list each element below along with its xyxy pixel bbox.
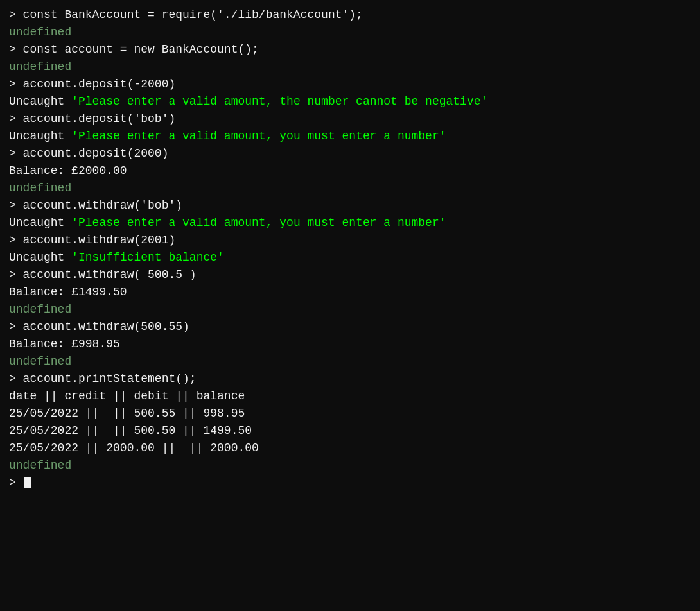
terminal-line: 25/05/2022 || 2000.00 || || 2000.00 — [9, 440, 691, 457]
terminal-line: > account.deposit(-2000) — [9, 76, 691, 93]
terminal-line: date || credit || debit || balance — [9, 388, 691, 405]
terminal-line: > account.deposit('bob') — [9, 110, 691, 128]
terminal-line: 25/05/2022 || || 500.55 || 998.95 — [9, 405, 691, 422]
terminal-line: 25/05/2022 || || 500.50 || 1499.50 — [9, 422, 691, 440]
terminal-line: > account.deposit(2000) — [9, 145, 691, 162]
terminal-line: Balance: £2000.00 — [9, 162, 691, 180]
terminal-line: > — [9, 474, 691, 492]
terminal-line: > const BankAccount = require('./lib/ban… — [9, 6, 691, 24]
terminal-line: > account.withdraw(2001) — [9, 232, 691, 249]
terminal-line: undefined — [9, 180, 691, 197]
terminal-line: > account.withdraw( 500.5 ) — [9, 266, 691, 284]
terminal-line: > const account = new BankAccount(); — [9, 41, 691, 58]
terminal-line: > account.withdraw('bob') — [9, 197, 691, 214]
terminal-line: undefined — [9, 457, 691, 474]
cursor-blink — [24, 477, 31, 488]
terminal-line: undefined — [9, 24, 691, 41]
terminal-line: Balance: £998.95 — [9, 336, 691, 353]
terminal-line: Uncaught 'Please enter a valid amount, y… — [9, 128, 691, 145]
terminal-line: Uncaught 'Please enter a valid amount, y… — [9, 214, 691, 232]
terminal-line: Uncaught 'Please enter a valid amount, t… — [9, 93, 691, 110]
terminal-window: > const BankAccount = require('./lib/ban… — [9, 6, 691, 492]
terminal-line: > account.printStatement(); — [9, 370, 691, 388]
terminal-line: undefined — [9, 301, 691, 318]
terminal-line: > account.withdraw(500.55) — [9, 318, 691, 336]
terminal-line: Uncaught 'Insufficient balance' — [9, 249, 691, 266]
terminal-line: Balance: £1499.50 — [9, 284, 691, 301]
terminal-line: undefined — [9, 353, 691, 370]
terminal-line: undefined — [9, 58, 691, 76]
